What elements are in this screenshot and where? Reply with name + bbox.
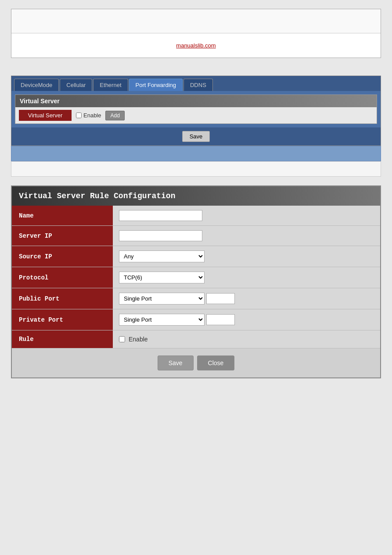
source-ip-select[interactable]: Any Custom — [119, 250, 205, 262]
server-ip-label: Server IP — [12, 226, 113, 246]
public-port-value: Single Port Port Range — [113, 288, 380, 309]
top-row-2: manualslib.com — [11, 33, 381, 58]
private-port-input[interactable] — [206, 314, 235, 325]
vs-enable-label: Enable — [76, 112, 101, 119]
rule-row-rule: Rule Enable — [12, 330, 380, 348]
tab-portforwarding[interactable]: Port Forwarding — [129, 79, 183, 91]
bottom-btn-row: Save Close — [12, 348, 380, 377]
rule-row-public-port: Public Port Single Port Port Range — [12, 288, 380, 309]
tab-ddns[interactable]: DDNS — [183, 79, 213, 91]
tab-devicemode[interactable]: DeviceMode — [14, 79, 59, 91]
rule-row-name: Name — [12, 206, 380, 226]
vs-save-button[interactable]: Save — [182, 131, 210, 142]
rule-value: Enable — [113, 330, 380, 348]
tab-bar: DeviceMode Cellular Ethernet Port Forwar… — [11, 76, 381, 91]
rule-row-server-ip: Server IP — [12, 226, 380, 246]
name-label: Name — [12, 206, 113, 226]
protocol-label: Protocol — [12, 267, 113, 288]
private-port-value: Single Port Port Range — [113, 309, 380, 330]
vs-label: Virtual Server — [19, 110, 72, 121]
vs-enable-checkbox[interactable] — [76, 112, 82, 118]
private-port-type-select[interactable]: Single Port Port Range — [119, 314, 205, 326]
protocol-select[interactable]: TCP(6) UDP(17) Both — [119, 272, 205, 283]
public-port-label: Public Port — [12, 288, 113, 309]
white-banner — [11, 161, 381, 177]
server-ip-input[interactable] — [119, 230, 202, 241]
name-input[interactable] — [119, 210, 202, 221]
rule-row-private-port: Private Port Single Port Port Range — [12, 309, 380, 330]
name-value — [113, 206, 380, 226]
rule-enable-text: Enable — [129, 336, 148, 343]
manualslib-link[interactable]: manualslib.com — [176, 42, 216, 49]
tab-cellular[interactable]: Cellular — [60, 79, 92, 91]
virtual-server-section: Virtual Server Virtual Server Enable Add — [15, 94, 377, 124]
rule-enable-row: Enable — [119, 336, 374, 343]
source-ip-label: Source IP — [12, 246, 113, 267]
vs-row: Virtual Server Enable Add — [15, 107, 377, 123]
vs-save-row: Save — [11, 127, 381, 145]
server-ip-value — [113, 226, 380, 246]
public-port-type-select[interactable]: Single Port Port Range — [119, 293, 205, 305]
vs-add-button[interactable]: Add — [105, 111, 124, 120]
tab-ethernet[interactable]: Ethernet — [93, 79, 128, 91]
rule-config-box: Virtual Server Rule Configuration Name S… — [11, 185, 381, 378]
rule-enable-checkbox[interactable] — [119, 336, 125, 342]
public-port-input[interactable] — [206, 293, 235, 304]
source-ip-value: Any Custom — [113, 246, 380, 267]
rule-table: Name Server IP Source IP — [12, 206, 380, 348]
private-port-label: Private Port — [12, 309, 113, 330]
rule-row-protocol: Protocol TCP(6) UDP(17) Both — [12, 267, 380, 288]
rule-config-title: Virtual Server Rule Configuration — [12, 186, 380, 206]
rule-label: Rule — [12, 330, 113, 348]
top-row-1 — [11, 9, 381, 33]
rule-save-button[interactable]: Save — [158, 355, 194, 370]
blue-banner — [11, 146, 381, 161]
vs-header: Virtual Server — [15, 95, 377, 107]
rule-row-source-ip: Source IP Any Custom — [12, 246, 380, 267]
protocol-value: TCP(6) UDP(17) Both — [113, 267, 380, 288]
rule-close-button[interactable]: Close — [197, 355, 235, 370]
